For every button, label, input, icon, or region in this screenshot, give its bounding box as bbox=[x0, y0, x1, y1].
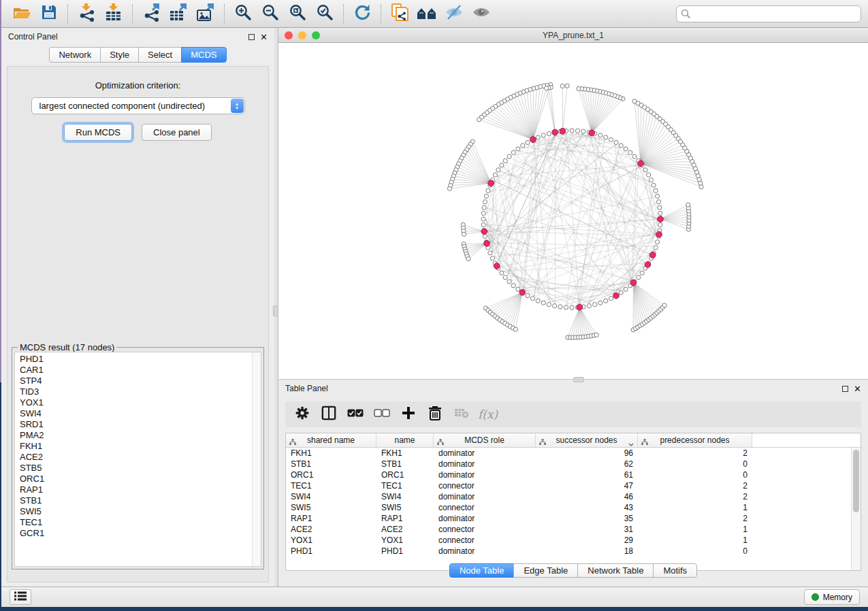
table-cell[interactable]: FKH1 bbox=[286, 448, 376, 459]
hide-selected-button[interactable] bbox=[440, 2, 468, 25]
table-cell[interactable]: 0 bbox=[638, 546, 752, 557]
show-all-button[interactable] bbox=[468, 2, 495, 25]
table-scrollbar[interactable] bbox=[851, 448, 861, 570]
tab-mcds[interactable]: MCDS bbox=[181, 47, 226, 63]
save-session-button[interactable] bbox=[35, 2, 63, 25]
table-row[interactable]: TEC1TEC1connector472 bbox=[286, 480, 861, 491]
zoom-fit-button[interactable] bbox=[284, 2, 311, 25]
table-cell[interactable]: connector bbox=[434, 480, 536, 491]
export-network-button[interactable] bbox=[138, 2, 165, 25]
mcds-result-item[interactable]: PMA2 bbox=[20, 430, 261, 441]
deselect-all-rows-button[interactable] bbox=[372, 404, 392, 425]
network-canvas[interactable] bbox=[278, 43, 868, 379]
table-row[interactable]: YOX1YOX1connector291 bbox=[286, 535, 861, 546]
mcds-result-item[interactable]: ACE2 bbox=[20, 452, 261, 463]
table-cell[interactable]: connector bbox=[434, 502, 536, 513]
table-cell[interactable]: connector bbox=[434, 535, 536, 546]
mcds-result-item[interactable]: SWI5 bbox=[20, 506, 261, 517]
table-cell[interactable]: SWI5 bbox=[286, 502, 376, 513]
mcds-result-item[interactable]: FKH1 bbox=[20, 441, 261, 452]
zoom-in-button[interactable] bbox=[229, 2, 257, 25]
memory-button[interactable]: Memory bbox=[804, 589, 860, 605]
mcds-result-item[interactable]: GCR1 bbox=[20, 528, 261, 539]
table-cell[interactable]: 1 bbox=[638, 524, 752, 535]
mcds-result-item[interactable]: TID3 bbox=[20, 386, 261, 397]
mcds-result-item[interactable]: SRD1 bbox=[20, 419, 261, 430]
table-cell[interactable]: 62 bbox=[536, 459, 638, 469]
float-panel-icon[interactable] bbox=[248, 34, 255, 40]
run-mcds-button[interactable]: Run MCDS bbox=[64, 124, 132, 141]
mcds-result-item[interactable]: STP4 bbox=[20, 376, 261, 386]
column-header-predecessor-nodes[interactable]: predecessor nodes bbox=[638, 433, 752, 447]
table-cell[interactable]: 2 bbox=[638, 513, 752, 524]
table-row[interactable]: STB1STB1dominator620 bbox=[286, 459, 861, 469]
search-input[interactable] bbox=[676, 5, 861, 22]
select-all-rows-button[interactable] bbox=[345, 404, 366, 425]
table-cell[interactable]: YOX1 bbox=[376, 535, 434, 546]
mcds-result-item[interactable]: PHD1 bbox=[20, 354, 261, 365]
table-cell[interactable]: TEC1 bbox=[376, 480, 434, 491]
table-cell[interactable]: 0 bbox=[638, 459, 752, 469]
scrollbar-thumb[interactable] bbox=[853, 450, 859, 512]
table-cell[interactable]: ORC1 bbox=[286, 469, 376, 480]
column-header-shared-name[interactable]: shared name bbox=[286, 433, 376, 447]
table-cell[interactable]: ACE2 bbox=[286, 524, 376, 535]
list-scrollbar[interactable] bbox=[252, 352, 261, 566]
table-cell[interactable]: RAP1 bbox=[286, 513, 376, 524]
criterion-dropdown[interactable]: largest connected component (undirected)… bbox=[31, 97, 245, 114]
table-row[interactable]: SWI4SWI4dominator462 bbox=[286, 491, 861, 502]
table-cell[interactable]: SWI4 bbox=[286, 491, 376, 502]
table-cell[interactable]: 46 bbox=[536, 491, 638, 502]
float-panel-icon[interactable] bbox=[842, 386, 848, 392]
column-header-name[interactable]: name bbox=[376, 433, 434, 447]
table-row[interactable]: SWI5SWI5connector431 bbox=[286, 502, 861, 513]
close-panel-icon[interactable]: ✕ bbox=[260, 34, 268, 40]
export-table-button[interactable] bbox=[165, 2, 192, 25]
table-row[interactable]: PHD1PHD1dominator180 bbox=[286, 546, 861, 557]
table-cell[interactable]: 2 bbox=[638, 491, 752, 502]
table-cell[interactable]: dominator bbox=[434, 459, 536, 469]
table-row[interactable]: FKH1FKH1dominator962 bbox=[286, 448, 861, 459]
refresh-view-button[interactable] bbox=[349, 2, 376, 25]
table-cell[interactable]: dominator bbox=[434, 448, 536, 459]
mcds-result-item[interactable]: STB5 bbox=[20, 463, 261, 474]
table-cell[interactable]: 1 bbox=[638, 502, 752, 513]
table-row[interactable]: ACE2ACE2connector311 bbox=[286, 524, 861, 535]
close-panel-button[interactable]: Close panel bbox=[142, 124, 212, 141]
import-network-button[interactable] bbox=[73, 2, 100, 25]
first-neighbors-button[interactable] bbox=[413, 2, 440, 25]
table-cell[interactable]: 61 bbox=[536, 469, 638, 480]
zoom-out-button[interactable] bbox=[257, 2, 284, 25]
table-row[interactable]: RAP1RAP1dominator352 bbox=[286, 513, 861, 524]
mcds-result-item[interactable]: SWI4 bbox=[20, 408, 261, 419]
table-cell[interactable]: dominator bbox=[434, 546, 536, 557]
table-cell[interactable]: PHD1 bbox=[286, 546, 376, 557]
table-cell[interactable]: FKH1 bbox=[376, 448, 434, 459]
table-cell[interactable]: 96 bbox=[536, 448, 638, 459]
close-panel-icon[interactable]: ✕ bbox=[854, 386, 861, 392]
table-cell[interactable]: SWI4 bbox=[376, 491, 434, 502]
tab-style[interactable]: Style bbox=[100, 47, 139, 63]
open-file-button[interactable] bbox=[8, 2, 35, 25]
mcds-result-item[interactable]: ORC1 bbox=[20, 474, 261, 484]
table-cell[interactable]: dominator bbox=[434, 513, 536, 524]
table-cell[interactable]: 29 bbox=[536, 535, 638, 546]
mcds-result-list[interactable]: PHD1CAR1STP4TID3YOX1SWI4SRD1PMA2FKH1ACE2… bbox=[14, 352, 261, 567]
table-cell[interactable]: TEC1 bbox=[286, 480, 376, 491]
add-column-button[interactable] bbox=[398, 404, 419, 425]
table-cell[interactable]: 18 bbox=[536, 546, 638, 557]
table-cell[interactable]: dominator bbox=[434, 469, 536, 480]
zoom-selected-button[interactable] bbox=[311, 2, 338, 25]
table-cell[interactable]: 47 bbox=[536, 480, 638, 491]
tab-network[interactable]: Network bbox=[49, 47, 101, 63]
table-cell[interactable]: SWI5 bbox=[376, 502, 434, 513]
column-settings-button[interactable] bbox=[292, 404, 312, 425]
table-cell[interactable]: STB1 bbox=[286, 459, 376, 469]
table-cell[interactable]: 43 bbox=[536, 502, 638, 513]
node-table[interactable]: shared name name MCDS role successor nod… bbox=[285, 433, 861, 571]
tab-node-table[interactable]: Node Table bbox=[449, 563, 515, 578]
mcds-result-item[interactable]: STB1 bbox=[20, 495, 261, 506]
table-cell[interactable]: 1 bbox=[638, 535, 752, 546]
delete-column-button[interactable] bbox=[425, 404, 445, 425]
table-cell[interactable]: 0 bbox=[638, 469, 752, 480]
